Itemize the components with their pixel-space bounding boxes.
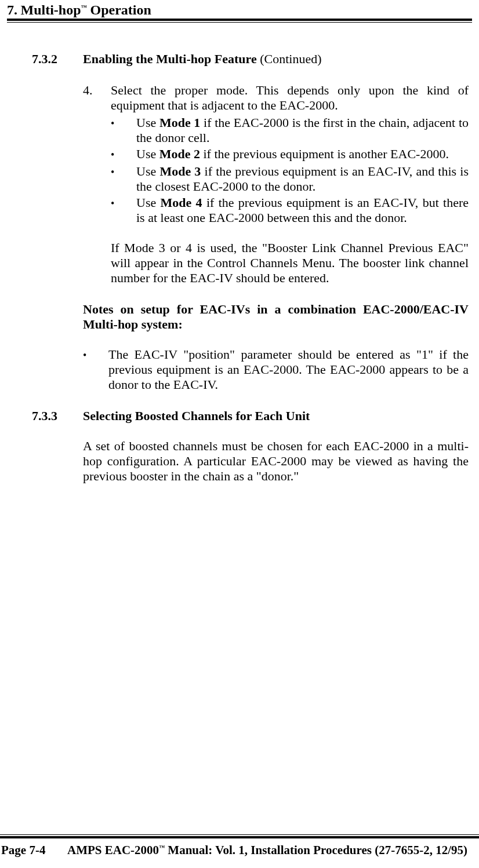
- bullet-text: Use Mode 1 if the EAC-2000 is the first …: [136, 115, 469, 145]
- bullet-icon: •: [83, 347, 108, 392]
- bullet-icon: •: [111, 164, 136, 194]
- mode-bullet-list: • Use Mode 1 if the EAC-2000 is the firs…: [111, 115, 469, 225]
- section-continued: (Continued): [257, 52, 322, 66]
- bullet-text: Use Mode 2 if the previous equipment is …: [136, 147, 469, 163]
- section-733-body: A set of boosted channels must be chosen…: [83, 439, 469, 484]
- step-4: 4. Select the proper mode. This depends …: [83, 83, 469, 113]
- section-title: Selecting Boosted Channels for Each Unit: [83, 409, 310, 424]
- notes-bullet-item: • The EAC-IV "position" parameter should…: [83, 347, 469, 392]
- section-heading-732: 7.3.2 Enabling the Multi-hop Feature (Co…: [32, 52, 469, 67]
- footer-rule-thin: [0, 834, 479, 835]
- section-heading-733: 7.3.3 Selecting Boosted Channels for Eac…: [32, 409, 469, 424]
- page-footer: Page 7-4 AMPS EAC-2000™ Manual: Vol. 1, …: [0, 834, 479, 858]
- bullet-item: • Use Mode 4 if the previous equipment i…: [111, 195, 469, 225]
- trademark-symbol: ™: [81, 4, 87, 10]
- section-title-wrap: Enabling the Multi-hop Feature (Continue…: [83, 52, 322, 67]
- mode-3-4-paragraph: If Mode 3 or 4 is used, the "Booster Lin…: [111, 240, 469, 286]
- chapter-number: 7.: [7, 2, 17, 17]
- page-content: 7.3.2 Enabling the Multi-hop Feature (Co…: [0, 23, 479, 484]
- section-number: 7.3.2: [32, 52, 83, 67]
- section-number: 7.3.3: [32, 409, 83, 424]
- step-text: Select the proper mode. This depends onl…: [111, 83, 469, 113]
- bullet-text: Use Mode 4 if the previous equipment is …: [136, 195, 469, 225]
- bullet-icon: •: [111, 147, 136, 163]
- step-number: 4.: [83, 83, 111, 113]
- bullet-item: • Use Mode 3 if the previous equipment i…: [111, 164, 469, 194]
- notes-heading: Notes on setup for EAC-IVs in a combinat…: [83, 302, 469, 332]
- footer-rule-thick: [0, 836, 479, 838]
- section-732-body: 4. Select the proper mode. This depends …: [83, 83, 469, 392]
- bullet-item: • Use Mode 2 if the previous equipment i…: [111, 147, 469, 163]
- footer-manual-title: AMPS EAC-2000™ Manual: Vol. 1, Installat…: [67, 843, 478, 858]
- bullet-icon: •: [111, 195, 136, 225]
- chapter-title: Multi-hop™ Operation: [21, 2, 151, 17]
- section-title: Enabling the Multi-hop Feature: [83, 52, 257, 66]
- bullet-icon: •: [111, 115, 136, 145]
- bullet-text: The EAC-IV "position" parameter should b…: [108, 347, 469, 392]
- trademark-symbol: ™: [159, 844, 165, 851]
- page-header: 7. Multi-hop™ Operation: [0, 0, 479, 18]
- footer-text: Page 7-4 AMPS EAC-2000™ Manual: Vol. 1, …: [0, 843, 479, 858]
- bullet-text: Use Mode 3 if the previous equipment is …: [136, 164, 469, 194]
- footer-page-number: Page 7-4: [1, 843, 67, 858]
- header-rule-thick: [7, 19, 472, 21]
- bullet-item: • Use Mode 1 if the EAC-2000 is the firs…: [111, 115, 469, 145]
